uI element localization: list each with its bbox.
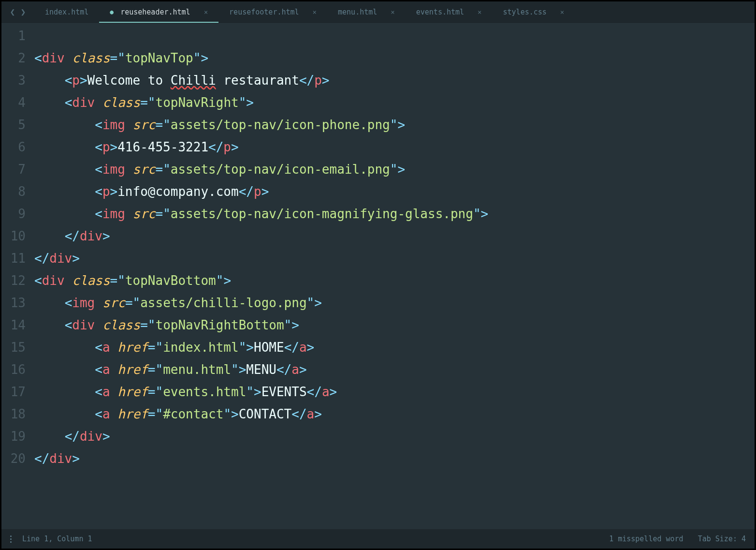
code-line[interactable]: <a href="menu.html">MENU</a>	[34, 358, 755, 381]
token-punct: <	[65, 296, 73, 310]
token-tagnm: a	[102, 385, 110, 399]
token-txt	[110, 385, 118, 399]
token-punct: <	[95, 407, 102, 421]
token-punct: >	[223, 273, 231, 288]
token-punct: >	[481, 207, 489, 221]
token-tagnm: p	[314, 73, 322, 88]
code-line[interactable]: </div>	[34, 247, 755, 269]
tab-label: styles.css	[503, 8, 547, 16]
token-punct: =	[148, 407, 156, 421]
line-number: 3	[1, 69, 26, 91]
tab-label: menu.html	[338, 8, 377, 16]
token-punct: <	[65, 73, 73, 88]
token-tagnm: a	[102, 340, 110, 355]
code-line[interactable]: <div class="topNavRightBottom">	[34, 314, 755, 336]
close-icon[interactable]: ×	[478, 8, 481, 16]
token-punct: <	[65, 318, 73, 332]
line-number: 16	[1, 358, 26, 381]
token-tagnm: div	[42, 273, 65, 288]
close-icon[interactable]: ×	[560, 8, 564, 16]
token-punct: "	[155, 362, 163, 377]
tab-size-status[interactable]: Tab Size: 4	[698, 535, 746, 543]
code-line[interactable]: <a href="#contact">CONTACT</a>	[34, 403, 755, 425]
token-punct: "	[231, 362, 239, 377]
line-number: 11	[1, 247, 26, 269]
code-line[interactable]: <div class="topNavTop">	[34, 47, 755, 69]
token-punct: </	[34, 451, 49, 466]
topbar: ❮ ❯ index.html●reuseheader.html×reusefoo…	[1, 1, 755, 23]
token-tagnm: p	[72, 73, 80, 88]
token-punct: <	[95, 385, 102, 399]
statusbar-menu-icon[interactable]	[10, 535, 12, 543]
token-attr: href	[117, 407, 148, 421]
code-line[interactable]: <img src="assets/chilli-logo.png">	[34, 292, 755, 314]
token-punct: "	[246, 385, 254, 399]
code-line[interactable]: <img src="assets/top-nav/icon-phone.png"…	[34, 114, 755, 136]
token-punct: =	[148, 362, 156, 377]
line-number: 12	[1, 269, 26, 292]
code-line[interactable]: </div>	[34, 447, 755, 470]
code-line[interactable]: <div class="topNavBottom">	[34, 269, 755, 292]
code-line[interactable]: <div class="topNavRight">	[34, 91, 755, 114]
token-string: #contact	[163, 407, 223, 421]
nav-arrows: ❮ ❯	[1, 1, 34, 22]
token-string: topNavRight	[156, 95, 239, 110]
token-txt: Welcome to	[87, 73, 171, 88]
code-line[interactable]: <p>416-455-3221</p>	[34, 136, 755, 158]
code-line[interactable]	[34, 25, 755, 47]
token-punct: >	[72, 451, 80, 466]
token-txt	[110, 362, 118, 377]
code-line[interactable]: </div>	[34, 225, 755, 247]
close-icon[interactable]: ×	[313, 8, 317, 16]
token-string: menu.html	[163, 362, 231, 377]
code-content[interactable]: <div class="topNavTop"> <p>Welcome to Ch…	[34, 25, 755, 529]
token-punct: =	[110, 51, 118, 65]
tab-label: reusefooter.html	[229, 8, 299, 16]
token-punct: >	[246, 340, 254, 355]
nav-back-icon[interactable]: ❮	[8, 7, 17, 17]
code-line[interactable]: </div>	[34, 425, 755, 447]
code-line[interactable]: <p>Welcome to Chilli restaurant</p>	[34, 69, 755, 91]
cursor-position[interactable]: Line 1, Column 1	[22, 535, 92, 543]
code-line[interactable]: <a href="index.html">HOME</a>	[34, 336, 755, 358]
token-tagnm: img	[102, 162, 125, 177]
token-punct: =	[155, 162, 163, 177]
token-tagnm: img	[102, 118, 125, 132]
tab-index-html[interactable]: index.html	[34, 1, 99, 22]
token-punct: "	[163, 118, 171, 132]
token-txt	[125, 162, 133, 177]
token-punct: >	[314, 407, 322, 421]
nav-forward-icon[interactable]: ❯	[19, 7, 28, 17]
line-number: 5	[1, 114, 26, 136]
line-number: 1	[1, 25, 26, 47]
tab-menu-html[interactable]: menu.html×	[327, 1, 406, 22]
line-number: 17	[1, 381, 26, 403]
code-line[interactable]: <a href="events.html">EVENTS</a>	[34, 381, 755, 403]
token-punct: "	[117, 273, 125, 288]
status-bar: Line 1, Column 1 1 misspelled word Tab S…	[1, 529, 755, 549]
editor-area[interactable]: 1234567891011121314151617181920 <div cla…	[1, 23, 755, 529]
tab-reuseheader-html[interactable]: ●reuseheader.html×	[99, 1, 218, 22]
close-icon[interactable]: ×	[391, 8, 394, 16]
token-punct: "	[239, 95, 247, 110]
tab-events-html[interactable]: events.html×	[406, 1, 493, 22]
token-punct: <	[95, 207, 102, 221]
token-txt: info@company.com	[117, 184, 238, 199]
code-line[interactable]: <p>info@company.com</p>	[34, 180, 755, 203]
token-txt: HOME	[254, 340, 284, 355]
code-line[interactable]: <img src="assets/top-nav/icon-magnifying…	[34, 203, 755, 225]
spelling-status[interactable]: 1 misspelled word	[609, 535, 683, 543]
close-icon[interactable]: ×	[204, 8, 208, 16]
code-line[interactable]: <img src="assets/top-nav/icon-email.png"…	[34, 158, 755, 180]
token-punct: </	[65, 429, 80, 444]
token-punct: "	[155, 407, 163, 421]
token-punct: =	[148, 340, 156, 355]
token-punct: <	[95, 162, 102, 177]
token-punct: >	[299, 362, 307, 377]
line-number-gutter: 1234567891011121314151617181920	[1, 25, 34, 529]
token-txt: EVENTS	[262, 385, 307, 399]
tab-styles-css[interactable]: styles.css×	[493, 1, 575, 22]
token-attr: href	[117, 362, 148, 377]
tab-reusefooter-html[interactable]: reusefooter.html×	[218, 1, 327, 22]
token-punct: >	[239, 362, 247, 377]
